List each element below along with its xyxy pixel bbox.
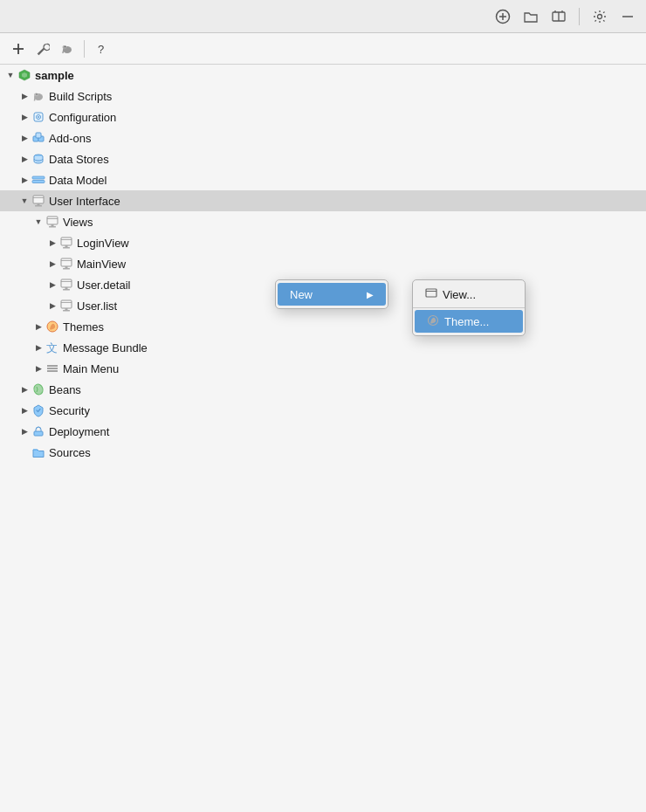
submenu-item-view[interactable]: View...: [413, 283, 525, 306]
svg-text:文: 文: [46, 341, 58, 354]
svg-rect-37: [61, 237, 72, 245]
svg-rect-33: [47, 217, 58, 224]
svg-point-7: [598, 14, 602, 18]
node-icon-sample: [17, 68, 31, 82]
toolbar-separator: [84, 40, 85, 58]
svg-rect-29: [33, 196, 44, 203]
menu-item-new[interactable]: New ▶: [278, 283, 386, 306]
submenu-separator: [413, 307, 525, 308]
svg-rect-32: [38, 203, 40, 205]
node-icon-beans: [31, 382, 45, 396]
node-icon-user-list: [59, 299, 73, 313]
node-label-login-view: LoginView: [77, 237, 129, 250]
open-folder-icon[interactable]: [523, 9, 539, 24]
titlebar-separator: [579, 8, 580, 25]
node-label-themes: Themes: [63, 320, 104, 334]
node-label-build-scripts: Build Scripts: [49, 90, 112, 103]
node-label-message-bundle: Message Bundle: [63, 341, 148, 354]
title-bar-icons: [495, 8, 636, 25]
tree-item-beans[interactable]: ▶ Beans: [0, 379, 646, 400]
node-label-user-detail: User.detail: [77, 279, 130, 292]
submenu-item-theme-label: Theme...: [444, 315, 489, 328]
tree-item-build-scripts[interactable]: ▶ Build Scripts: [0, 86, 646, 107]
submenu-item-view-label: View...: [443, 288, 476, 301]
tree-item-security[interactable]: ▶ Security: [0, 400, 646, 421]
tree-item-main-view[interactable]: ▶ MainView: [0, 253, 646, 274]
tree-item-deployment[interactable]: ▶ Deployment: [0, 421, 646, 442]
svg-rect-41: [61, 258, 72, 266]
svg-rect-48: [65, 287, 68, 289]
svg-rect-51: [63, 310, 70, 312]
svg-point-12: [63, 45, 67, 49]
node-icon-configuration: [31, 110, 45, 124]
svg-rect-60: [426, 289, 436, 297]
wrench-button[interactable]: [31, 38, 54, 60]
tree-item-configuration[interactable]: ▶ Configuration: [0, 107, 646, 127]
node-label-main-view: MainView: [77, 258, 126, 271]
svg-point-22: [38, 116, 39, 118]
node-label-sample: sample: [35, 69, 74, 82]
node-icon-data-model: [31, 173, 45, 187]
submenu: View... Theme...: [412, 279, 526, 336]
new-window-icon[interactable]: [495, 9, 511, 24]
minimize-icon[interactable]: [620, 9, 636, 24]
settings-icon[interactable]: [592, 9, 608, 24]
tree-item-sources[interactable]: Sources: [0, 442, 646, 463]
node-icon-login-view: [59, 236, 73, 250]
tree-panel[interactable]: ▼ sample ▶ Build Scripts ▶ Configuration…: [0, 65, 646, 812]
submenu-item-theme[interactable]: Theme...: [415, 310, 523, 333]
tree-item-login-view[interactable]: ▶ LoginView: [0, 232, 646, 253]
svg-point-19: [36, 93, 37, 94]
node-label-user-list: User.list: [77, 299, 117, 313]
svg-rect-36: [52, 224, 54, 226]
tree-item-sample[interactable]: ▼ sample: [0, 65, 646, 86]
node-icon-themes: [45, 320, 59, 334]
menu-item-new-label: New: [290, 288, 313, 301]
svg-rect-52: [65, 308, 68, 310]
svg-rect-49: [61, 300, 72, 308]
node-label-main-menu: Main Menu: [63, 362, 119, 375]
svg-point-13: [65, 45, 65, 46]
svg-rect-25: [36, 133, 41, 138]
node-label-security: Security: [49, 404, 90, 417]
node-icon-sources: [31, 445, 45, 459]
node-icon-views: [45, 215, 59, 229]
node-label-deployment: Deployment: [49, 425, 109, 438]
node-icon-main-menu: [45, 361, 59, 375]
node-icon-user-interface: [31, 194, 45, 208]
svg-rect-45: [61, 279, 72, 287]
add-button[interactable]: [7, 38, 30, 60]
node-icon-addons: [31, 131, 45, 145]
svg-rect-28: [32, 181, 45, 183]
node-icon-build-scripts: [31, 89, 45, 103]
tree-item-user-interface[interactable]: ▼ User Interface: [0, 190, 646, 211]
svg-rect-59: [34, 431, 43, 436]
node-label-sources: Sources: [49, 446, 91, 459]
tree-item-views[interactable]: ▼ Views: [0, 211, 646, 232]
tree-item-main-menu[interactable]: ▶ Main Menu: [0, 358, 646, 379]
title-bar: [0, 0, 646, 33]
tree-item-message-bundle[interactable]: ▶ 文 Message Bundle: [0, 337, 646, 358]
help-button[interactable]: ?: [90, 38, 113, 60]
context-menu: New ▶: [275, 279, 388, 309]
svg-rect-27: [32, 176, 45, 179]
tree-item-addons[interactable]: ▶ Add-ons: [0, 127, 646, 148]
tree-item-data-stores[interactable]: ▶ Data Stores: [0, 148, 646, 169]
theme-icon: [427, 314, 439, 329]
svg-rect-40: [65, 245, 68, 247]
node-label-configuration: Configuration: [49, 111, 116, 124]
tree-item-data-model[interactable]: ▶ Data Model: [0, 169, 646, 190]
toolbar: ?: [0, 33, 646, 65]
split-icon[interactable]: [551, 9, 567, 24]
svg-rect-31: [35, 205, 42, 207]
node-icon-user-detail: [59, 278, 73, 292]
svg-rect-47: [63, 289, 70, 291]
svg-rect-35: [49, 226, 56, 228]
node-icon-security: [31, 403, 45, 417]
node-icon-main-view: [59, 257, 73, 271]
submenu-arrow-icon: ▶: [367, 290, 374, 299]
svg-text:?: ?: [98, 43, 104, 56]
tree-item-themes[interactable]: ▶ Themes: [0, 316, 646, 337]
elephant-button[interactable]: [56, 38, 79, 60]
svg-rect-39: [63, 247, 70, 249]
